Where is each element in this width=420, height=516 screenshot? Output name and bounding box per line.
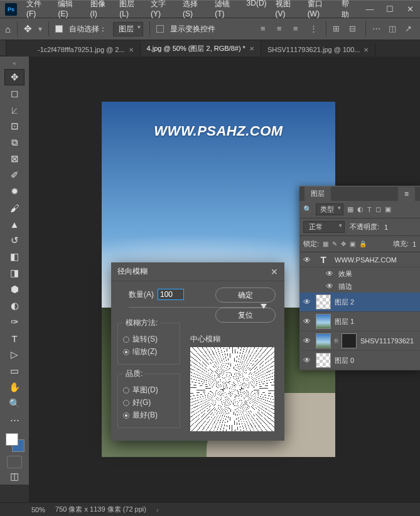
layer-thumbnail[interactable] bbox=[316, 294, 331, 309]
blur-tool[interactable]: ⬢ bbox=[4, 281, 24, 298]
align-icon-3[interactable]: ≡ bbox=[293, 24, 303, 34]
autoselect-dropdown[interactable]: 图层 bbox=[113, 22, 143, 36]
lock-all-icon[interactable]: 🔒 bbox=[359, 240, 367, 247]
layer-0[interactable]: 👁 图层 0 bbox=[299, 351, 420, 370]
share-icon[interactable]: ↗ bbox=[405, 24, 415, 34]
layer-mask-thumbnail[interactable] bbox=[342, 333, 357, 348]
menu-type[interactable]: 文字(Y) bbox=[146, 0, 178, 20]
doc-tab-3[interactable]: SHSV111793621.jpg @ 100...✕ bbox=[261, 43, 376, 56]
type-tool[interactable]: T bbox=[4, 330, 24, 347]
menu-window[interactable]: 窗口(W) bbox=[303, 0, 337, 20]
panel-menu-icon[interactable]: ≡ bbox=[398, 187, 415, 201]
history-brush-tool[interactable]: ↺ bbox=[4, 232, 24, 249]
lock-artboard-icon[interactable]: ▣ bbox=[350, 240, 355, 247]
layer-name[interactable]: WWW.PSAHZ.COM bbox=[335, 256, 416, 264]
hand-tool[interactable]: ✋ bbox=[4, 379, 24, 395]
panel-collapse-strip[interactable] bbox=[0, 40, 6, 55]
lock-position-icon[interactable]: ✥ bbox=[341, 240, 346, 247]
method-zoom-radio[interactable]: 缩放(Z) bbox=[123, 347, 175, 357]
align-icon-2[interactable]: ≡ bbox=[277, 24, 287, 34]
gradient-tool[interactable]: ◨ bbox=[4, 265, 24, 281]
menu-edit[interactable]: 编辑(E) bbox=[53, 0, 85, 20]
menu-select[interactable]: 选择(S) bbox=[178, 0, 210, 20]
layer-effects[interactable]: 👁 效果 bbox=[299, 267, 420, 280]
move-tool[interactable]: ✥ bbox=[4, 69, 24, 85]
home-icon[interactable]: ⌂ bbox=[5, 24, 11, 35]
close-icon[interactable]: ✕ bbox=[249, 45, 254, 52]
dodge-tool[interactable]: ◐ bbox=[4, 298, 24, 314]
quickselect-tool[interactable]: ⊡ bbox=[4, 118, 24, 134]
method-spin-radio[interactable]: 旋转(S) bbox=[123, 334, 175, 345]
amount-input[interactable] bbox=[158, 289, 184, 300]
quality-good-radio[interactable]: 好(G) bbox=[123, 397, 175, 408]
eyedropper-tool[interactable]: ✐ bbox=[4, 167, 24, 183]
visibility-icon[interactable]: 👁 bbox=[326, 269, 335, 278]
crop-tool[interactable]: ⧉ bbox=[4, 134, 24, 151]
link-icon[interactable]: ⎘ bbox=[335, 338, 338, 344]
zoom-percent[interactable]: 50% bbox=[31, 506, 45, 513]
maximize-button[interactable]: ☐ bbox=[380, 1, 400, 18]
dialog-titlebar[interactable]: 径向模糊 ✕ bbox=[111, 262, 284, 281]
lasso-tool[interactable]: ⟀ bbox=[4, 102, 24, 118]
close-icon[interactable]: ✕ bbox=[129, 46, 134, 53]
filter-kind-dropdown[interactable]: 类型 bbox=[316, 203, 343, 215]
menu-file[interactable]: 文件(F) bbox=[22, 0, 53, 20]
ok-button[interactable]: 确定 bbox=[215, 288, 276, 303]
pen-tool[interactable]: ✑ bbox=[4, 314, 24, 330]
blend-mode-dropdown[interactable]: 正常 bbox=[303, 221, 345, 233]
lock-pixels-icon[interactable]: ▦ bbox=[323, 240, 328, 247]
filter-pixel-icon[interactable]: ▦ bbox=[347, 205, 353, 213]
preview-image[interactable] bbox=[190, 347, 274, 431]
eraser-tool[interactable]: ◧ bbox=[4, 249, 24, 265]
doc-tab-2[interactable]: 4.jpg @ 50% (图层 2, RGB/8#) *✕ bbox=[141, 41, 261, 56]
search-icon[interactable]: 🔍 bbox=[303, 205, 312, 213]
3d-icon[interactable]: ◫ bbox=[389, 24, 399, 34]
layer-name[interactable]: SHSV111793621 bbox=[360, 337, 416, 345]
screenmode-button[interactable]: ◫ bbox=[4, 468, 24, 485]
layer-2[interactable]: 👁 图层 2 bbox=[299, 293, 420, 312]
menu-help[interactable]: 帮助 bbox=[337, 0, 360, 20]
minimize-button[interactable]: — bbox=[360, 1, 380, 18]
filter-type-icon[interactable]: T bbox=[367, 206, 372, 213]
visibility-icon[interactable]: 👁 bbox=[326, 282, 335, 291]
amount-slider[interactable] bbox=[129, 303, 267, 311]
path-tool[interactable]: ▷ bbox=[4, 347, 24, 363]
panel-tab-layers[interactable]: 图层 bbox=[304, 186, 331, 201]
layer-effect-stroke[interactable]: 👁 描边 bbox=[299, 280, 420, 293]
menu-view[interactable]: 视图(V) bbox=[271, 0, 303, 20]
visibility-icon[interactable]: 👁 bbox=[303, 336, 312, 345]
menu-layer[interactable]: 图层(L) bbox=[115, 0, 146, 20]
zoom-tool[interactable]: 🔍 bbox=[4, 395, 24, 412]
visibility-icon[interactable]: 👁 bbox=[303, 298, 312, 306]
doc-tab-1[interactable]: -1c2f478fffa79251.jpg @ 2...✕ bbox=[31, 43, 141, 56]
autoselect-checkbox[interactable] bbox=[55, 25, 63, 33]
layer-name[interactable]: 图层 0 bbox=[335, 356, 416, 365]
quality-best-radio[interactable]: 最好(B) bbox=[123, 410, 175, 421]
visibility-icon[interactable]: 👁 bbox=[303, 317, 312, 326]
chevron-right-icon[interactable]: › bbox=[156, 506, 159, 513]
menu-3d[interactable]: 3D(D) bbox=[242, 0, 271, 20]
menu-filter[interactable]: 滤镜(T) bbox=[210, 0, 242, 20]
distribute-icon[interactable]: ⋮ bbox=[310, 24, 320, 34]
quality-draft-radio[interactable]: 草图(D) bbox=[123, 385, 175, 395]
layer-thumbnail[interactable] bbox=[316, 314, 331, 329]
shape-tool[interactable]: ▭ bbox=[4, 363, 24, 379]
doc-info[interactable]: 750 像素 x 1139 像素 (72 ppi) bbox=[55, 505, 146, 514]
layer-text[interactable]: 👁 T WWW.PSAHZ.COM bbox=[299, 252, 420, 267]
fill-value[interactable]: 1 bbox=[412, 240, 416, 248]
transform-checkbox[interactable] bbox=[156, 25, 164, 33]
collapse-icon[interactable]: « bbox=[13, 60, 16, 69]
visibility-icon[interactable]: 👁 bbox=[303, 356, 312, 365]
healing-tool[interactable]: ✹ bbox=[4, 183, 24, 200]
filter-adjust-icon[interactable]: ◐ bbox=[357, 205, 363, 213]
layer-1[interactable]: 👁 图层 1 bbox=[299, 312, 420, 331]
dialog-close-button[interactable]: ✕ bbox=[271, 267, 278, 277]
layer-name[interactable]: 图层 1 bbox=[335, 317, 416, 326]
fg-color[interactable] bbox=[6, 433, 18, 446]
layer-thumbnail[interactable] bbox=[316, 333, 331, 348]
distribute-icon-3[interactable]: ⊟ bbox=[349, 24, 359, 34]
brush-tool[interactable]: 🖌 bbox=[4, 200, 24, 216]
distribute-icon-2[interactable]: ⊞ bbox=[333, 24, 343, 34]
menu-image[interactable]: 图像(I) bbox=[86, 0, 116, 20]
align-icon[interactable]: ≡ bbox=[261, 24, 271, 34]
